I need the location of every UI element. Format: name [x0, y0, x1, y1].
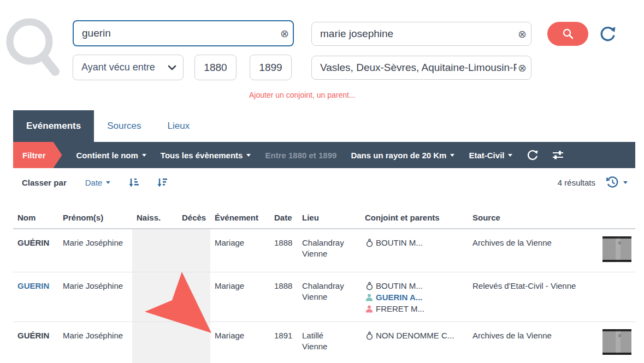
header-date: Date	[270, 213, 298, 222]
firstname-input[interactable]	[311, 22, 531, 46]
wedding-ring-icon	[365, 282, 374, 290]
sort-ascending-icon[interactable]	[129, 178, 139, 187]
circle-x-icon[interactable]: ⊗	[518, 29, 527, 39]
large-search-icon	[3, 16, 60, 78]
relation-name: NON DENOMME C...	[376, 330, 454, 341]
result-birth	[132, 322, 178, 363]
search-button[interactable]	[547, 22, 588, 46]
father-icon	[365, 294, 374, 301]
result-event: Mariage	[210, 229, 270, 272]
advanced-filters-icon[interactable]	[552, 150, 564, 160]
result-event: Mariage	[210, 272, 270, 322]
lived-between-select[interactable]: Ayant vécu entre	[73, 55, 184, 80]
year-to-input[interactable]	[250, 55, 292, 80]
circle-x-icon[interactable]: ⊗	[518, 63, 527, 73]
wedding-ring-icon	[365, 239, 374, 247]
table-row[interactable]: GUÉRIN Marie Joséphine Mariage 1891 Lati…	[13, 322, 635, 363]
result-place: ChalandrayVienne	[298, 272, 361, 322]
results-count: 4 résultats	[558, 178, 595, 187]
table-header-row: Nom Prénom(s) Naiss. Décès Événement Dat…	[13, 206, 635, 229]
caret-down-icon	[450, 154, 454, 157]
table-row[interactable]: GUÉRIN Marie Joséphine Mariage 1888 Chal…	[13, 229, 635, 272]
result-source: Archives de la Vienne	[468, 229, 598, 272]
event-filter-dropdown[interactable]: Tous les évènements	[161, 151, 251, 160]
result-date: 1888	[270, 229, 298, 272]
header-deces: Décès	[178, 213, 210, 222]
reset-search-icon[interactable]	[599, 25, 616, 43]
result-date: 1888	[270, 272, 298, 322]
result-surname[interactable]: GUERIN	[17, 281, 49, 290]
history-icon	[605, 176, 619, 189]
header-naiss: Naiss.	[132, 213, 178, 222]
sort-bar: Classer par Date 4 résultats	[13, 168, 635, 197]
result-source: Relevés d'Etat-Civil - Vienne	[468, 272, 598, 322]
header-nom: Nom	[13, 213, 58, 222]
result-firstnames: Marie Joséphine	[58, 272, 132, 322]
header-evenement: Événement	[210, 213, 270, 222]
result-surname[interactable]: GUÉRIN	[17, 331, 49, 340]
result-place: LatilléVienne	[298, 322, 361, 363]
result-source: Archives de la Vienne	[468, 322, 598, 363]
caret-down-icon	[142, 154, 146, 157]
result-relations: BOUTIN M... GUERIN A... FRERET M...	[361, 272, 468, 322]
relation-name: BOUTIN M...	[376, 237, 423, 248]
year-from-input[interactable]	[194, 55, 237, 80]
relation-name: FRERET M...	[376, 304, 424, 314]
name-filter-label: Contient le nom	[76, 151, 138, 160]
tab-lieux[interactable]: Lieux	[155, 110, 203, 142]
result-firstnames: Marie Joséphine	[58, 229, 132, 272]
mother-icon	[365, 305, 374, 313]
result-firstnames: Marie Joséphine	[58, 322, 132, 363]
search-icon	[562, 28, 574, 40]
caret-down-icon	[106, 181, 110, 184]
result-event: Mariage	[210, 322, 270, 363]
table-row[interactable]: GUERIN Marie Joséphine Mariage 1888 Chal…	[13, 272, 635, 322]
wedding-ring-icon	[365, 331, 374, 340]
header-source: Source	[468, 213, 598, 222]
sort-field-dropdown[interactable]: Date	[85, 178, 111, 187]
sort-field-value: Date	[85, 178, 103, 187]
relation-name: BOUTIN M...	[376, 281, 423, 291]
result-surname[interactable]: GUÉRIN	[17, 238, 49, 247]
filter-flag[interactable]: Filtrer	[13, 142, 62, 168]
header-lieu: Lieu	[298, 213, 361, 222]
place-input[interactable]	[311, 56, 531, 80]
name-filter-dropdown[interactable]: Contient le nom	[76, 151, 146, 160]
record-thumbnail[interactable]	[602, 329, 631, 355]
surname-input[interactable]	[73, 20, 294, 46]
chevron-down-icon	[168, 65, 176, 70]
radius-filter-label: Dans un rayon de 20 Km	[351, 151, 446, 160]
genealogy-search-page: ⊗ ⊗ Ayant vécu entre ⊗ Ajouter un conjoi…	[0, 0, 644, 363]
result-date: 1891	[270, 322, 298, 363]
results-table: Nom Prénom(s) Naiss. Décès Événement Dat…	[13, 206, 635, 363]
event-filter-label: Tous les évènements	[161, 151, 243, 160]
caret-down-icon	[508, 154, 512, 157]
circle-x-icon[interactable]: ⊗	[280, 28, 289, 39]
relation-name[interactable]: GUERIN A...	[376, 292, 422, 303]
result-death	[178, 229, 210, 272]
table-body: GUÉRIN Marie Joséphine Mariage 1888 Chal…	[13, 229, 635, 363]
result-birth	[132, 272, 178, 322]
result-relations: NON DENOMME C...	[361, 322, 468, 363]
caret-down-icon	[246, 154, 251, 157]
record-thumbnail[interactable]	[602, 236, 631, 262]
tab-evenements[interactable]: Evénements	[13, 110, 94, 142]
radius-filter-dropdown[interactable]: Dans un rayon de 20 Km	[351, 151, 454, 160]
caret-down-icon	[623, 181, 628, 184]
result-place: ChalandrayVienne	[298, 229, 361, 272]
add-relative-link[interactable]: Ajouter un conjoint, un parent...	[249, 91, 356, 99]
source-type-filter-dropdown[interactable]: Etat-Civil	[469, 151, 512, 160]
result-relations: BOUTIN M...	[361, 229, 468, 272]
result-death	[178, 322, 210, 363]
search-history-dropdown[interactable]	[605, 176, 628, 189]
filter-bar: Filtrer Contient le nom Tous les évèneme…	[13, 142, 635, 168]
sort-descending-icon[interactable]	[157, 178, 167, 187]
header-conjoint: Conjoint et parents	[361, 213, 468, 222]
result-birth	[132, 229, 178, 272]
results-tabs: Evénements Sources Lieux	[13, 110, 203, 142]
tab-sources[interactable]: Sources	[94, 110, 154, 142]
period-filter: Entre 1880 et 1899	[265, 151, 336, 160]
source-type-filter-label: Etat-Civil	[469, 151, 504, 160]
refresh-filters-icon[interactable]	[527, 149, 538, 161]
result-death	[178, 272, 210, 322]
